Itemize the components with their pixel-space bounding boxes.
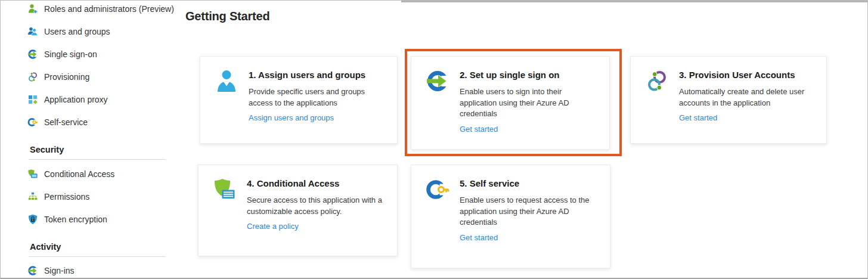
card-description: Enable users to request access to the ap… bbox=[460, 195, 599, 228]
sidebar-item-roles-and-administrators[interactable]: Roles and administrators (Preview) bbox=[27, 2, 174, 16]
card-description: Enable users to sign into their applicat… bbox=[460, 86, 599, 120]
divider bbox=[29, 256, 166, 257]
sidebar-item-label: Application proxy bbox=[44, 95, 108, 104]
get-started-self-service-link[interactable]: Get started bbox=[460, 233, 498, 242]
sidebar-item-single-sign-on[interactable]: Single sign-on bbox=[27, 48, 97, 61]
get-started-sso-link[interactable]: Get started bbox=[460, 125, 498, 134]
get-started-provisioning-link[interactable]: Get started bbox=[679, 113, 717, 122]
sidebar-item-permissions[interactable]: Permissions bbox=[27, 190, 89, 203]
card-self-service: 5. Self service Enable users to request … bbox=[411, 165, 610, 268]
application-proxy-icon bbox=[27, 94, 38, 105]
card-set-up-single-sign-on: 2. Set up single sign on Enable users to… bbox=[411, 56, 610, 150]
sidebar-item-label: Users and groups bbox=[44, 27, 110, 36]
provisioning-icon bbox=[27, 72, 38, 82]
card-conditional-access: 4. Conditional Access Secure access to t… bbox=[198, 165, 398, 256]
sidebar-item-self-service[interactable]: Self-service bbox=[27, 116, 88, 129]
roles-admin-icon bbox=[27, 4, 38, 14]
card-description: Provide specific users and groups access… bbox=[249, 86, 386, 108]
app-sidebar: Roles and administrators (Preview) Users… bbox=[1, 1, 185, 278]
sidebar-item-label: Provisioning bbox=[44, 72, 89, 82]
provisioning-icon bbox=[645, 69, 669, 143]
single-sign-on-icon bbox=[426, 69, 450, 149]
single-sign-on-icon bbox=[27, 49, 38, 60]
users-groups-icon bbox=[27, 26, 38, 37]
sidebar-item-users-and-groups[interactable]: Users and groups bbox=[27, 25, 110, 38]
card-title: 2. Set up single sign on bbox=[460, 69, 599, 81]
self-service-icon bbox=[27, 117, 38, 128]
card-title: 1. Assign users and groups bbox=[249, 69, 386, 81]
sidebar-item-provisioning[interactable]: Provisioning bbox=[27, 70, 89, 83]
conditional-access-icon bbox=[27, 169, 38, 179]
sidebar-item-label: Permissions bbox=[44, 192, 89, 202]
token-encryption-icon bbox=[27, 214, 38, 225]
card-description: Automatically create and delete user acc… bbox=[679, 86, 816, 108]
card-assign-users-and-groups: 1. Assign users and groups Provide speci… bbox=[200, 56, 398, 144]
sidebar-section-security: Security bbox=[30, 145, 64, 154]
sidebar-item-label: Token encryption bbox=[44, 215, 107, 224]
card-title: 3. Provision User Accounts bbox=[679, 69, 816, 81]
create-a-policy-link[interactable]: Create a policy bbox=[247, 222, 299, 231]
pane-top-border bbox=[401, 1, 867, 2]
shield-policy-icon bbox=[213, 178, 237, 256]
sidebar-item-token-encryption[interactable]: Token encryption bbox=[27, 213, 107, 226]
assign-users-and-groups-link[interactable]: Assign users and groups bbox=[249, 113, 334, 122]
sidebar-item-sign-ins[interactable]: Sign-ins bbox=[27, 264, 75, 277]
card-title: 5. Self service bbox=[460, 178, 599, 190]
sign-ins-icon bbox=[27, 265, 38, 276]
sidebar-item-label: Self-service bbox=[44, 117, 88, 127]
card-provision-user-accounts: 3. Provision User Accounts Automatically… bbox=[630, 56, 827, 144]
permissions-icon bbox=[27, 191, 38, 202]
sidebar-item-label: Conditional Access bbox=[44, 169, 114, 179]
divider bbox=[29, 159, 166, 160]
sidebar-item-label: Sign-ins bbox=[44, 266, 75, 275]
sidebar-item-application-proxy[interactable]: Application proxy bbox=[27, 93, 108, 106]
sidebar-item-label: Roles and administrators (Preview) bbox=[44, 4, 174, 14]
card-description: Secure access to this application with a… bbox=[247, 195, 386, 217]
sidebar-section-activity: Activity bbox=[30, 242, 61, 252]
page-title: Getting Started bbox=[185, 10, 269, 23]
azure-portal-pane: Roles and administrators (Preview) Users… bbox=[0, 0, 868, 279]
card-title: 4. Conditional Access bbox=[247, 178, 386, 190]
self-service-icon bbox=[426, 178, 450, 268]
person-icon bbox=[215, 69, 238, 143]
sidebar-item-conditional-access[interactable]: Conditional Access bbox=[27, 168, 114, 181]
sidebar-item-label: Single sign-on bbox=[44, 49, 97, 59]
